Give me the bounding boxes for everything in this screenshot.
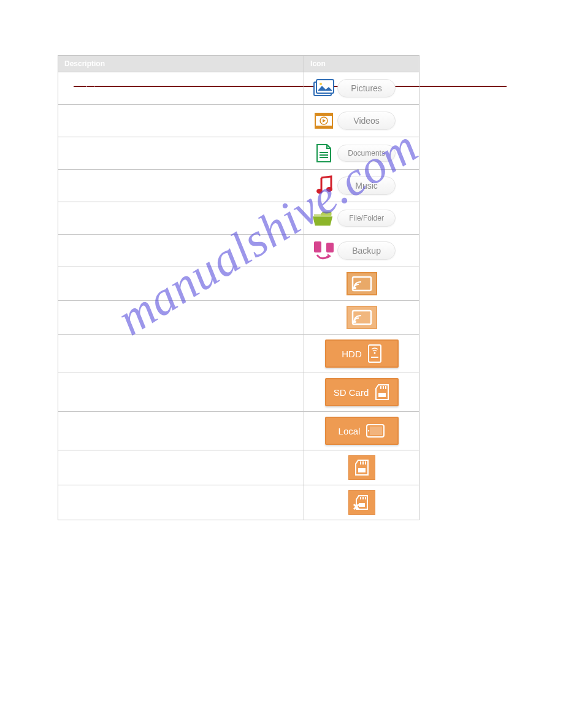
pill-music: Music xyxy=(310,175,413,197)
row-desc: Access the SD Card connected to the devi… xyxy=(58,373,304,412)
pill-label: Pictures xyxy=(337,79,396,97)
svg-rect-29 xyxy=(362,461,364,464)
svg-point-27 xyxy=(368,430,369,431)
table-row: Read documents Documents xyxy=(58,137,419,170)
table-header-description: Description xyxy=(58,56,304,72)
svg-rect-26 xyxy=(370,427,382,435)
svg-rect-20 xyxy=(371,357,378,358)
table-row: No DLNA media devices found (only availa… xyxy=(58,301,419,335)
pill-pictures: Pictures xyxy=(310,77,413,99)
document-icon xyxy=(313,142,335,164)
dlna-not-found-icon xyxy=(347,306,377,329)
svg-rect-33 xyxy=(362,497,364,499)
pill-videos: Videos xyxy=(310,110,413,132)
pill-documents: Documents xyxy=(310,142,413,164)
sd-error-icon xyxy=(348,490,375,515)
pill-label: Backup xyxy=(337,241,396,260)
row-desc: Access the HDD partition of the device xyxy=(58,335,304,373)
row-desc: Unable to read the SD card, possibly bec… xyxy=(58,485,304,520)
dlna-found-icon xyxy=(347,272,377,295)
svg-rect-5 xyxy=(315,126,332,128)
svg-point-17 xyxy=(354,320,356,323)
pill-label: File/Folder xyxy=(337,210,396,227)
svg-rect-13 xyxy=(326,243,334,252)
folder-icon xyxy=(313,207,335,229)
svg-rect-32 xyxy=(360,497,361,499)
row-desc: Watch videos xyxy=(58,105,304,137)
svg-rect-4 xyxy=(315,113,332,116)
svg-rect-35 xyxy=(359,503,365,507)
hdd-button: HDD xyxy=(325,339,399,368)
table-row: Back up the photos and videos on your de… xyxy=(58,235,419,267)
hdd-label: HDD xyxy=(342,349,362,359)
sd-card-label: SD Card xyxy=(334,387,369,398)
svg-point-19 xyxy=(373,352,375,354)
svg-point-11 xyxy=(326,187,332,192)
photo-icon xyxy=(313,77,335,99)
pill-backup: Backup xyxy=(310,240,413,262)
svg-rect-34 xyxy=(365,497,366,499)
svg-rect-7 xyxy=(320,152,328,153)
pill-label: Music xyxy=(337,176,396,195)
svg-rect-24 xyxy=(378,393,386,397)
icon-reference-table: Description Icon View photos Pictures Wa… xyxy=(58,55,419,520)
svg-rect-23 xyxy=(385,386,386,389)
row-desc: View photos xyxy=(58,72,304,105)
svg-rect-28 xyxy=(360,461,361,464)
table-row: Listen to music Music xyxy=(58,170,419,202)
svg-rect-22 xyxy=(383,386,384,389)
row-desc: Back up the photos and videos on your de… xyxy=(58,235,304,267)
table-row: View files and folders (only available i… xyxy=(58,202,419,235)
local-label: Local xyxy=(339,426,361,436)
video-icon xyxy=(313,110,335,132)
row-desc: DLNA media devices found on the same net… xyxy=(58,267,304,301)
table-row: Access the files and folders on your mob… xyxy=(58,412,419,450)
row-desc: View files and folders (only available i… xyxy=(58,202,304,235)
table-row: SD Card connected xyxy=(58,450,419,485)
svg-rect-21 xyxy=(380,386,381,389)
svg-point-15 xyxy=(354,287,356,289)
sd-connected-icon xyxy=(348,455,375,480)
table-row: Unable to read the SD card, possibly bec… xyxy=(58,485,419,520)
pill-label: Videos xyxy=(337,112,396,130)
table-header-icon: Icon xyxy=(304,56,419,72)
table-row: Access the HDD partition of the device H… xyxy=(58,335,419,373)
svg-point-2 xyxy=(320,83,322,85)
row-desc: SD Card connected xyxy=(58,450,304,485)
svg-rect-31 xyxy=(358,468,366,472)
table-row: DLNA media devices found on the same net… xyxy=(58,267,419,301)
svg-rect-30 xyxy=(365,461,366,464)
table-row: Watch videos Videos xyxy=(58,105,419,137)
music-icon xyxy=(313,175,335,197)
table-row: Access the SD Card connected to the devi… xyxy=(58,373,419,412)
pill-file-folder: File/Folder xyxy=(310,207,413,229)
backup-icon xyxy=(313,240,335,262)
svg-rect-8 xyxy=(320,154,328,156)
pill-label: Documents xyxy=(337,145,396,162)
table-row: View photos Pictures xyxy=(58,72,419,105)
local-button: Local xyxy=(325,417,399,445)
row-desc: Listen to music xyxy=(58,170,304,202)
sd-card-button: SD Card xyxy=(325,378,399,406)
row-desc: Read documents xyxy=(58,137,304,170)
svg-rect-12 xyxy=(314,241,321,252)
svg-rect-1 xyxy=(316,80,334,93)
row-desc: No DLNA media devices found (only availa… xyxy=(58,301,304,335)
svg-rect-9 xyxy=(320,157,328,158)
row-desc: Access the files and folders on your mob… xyxy=(58,412,304,450)
